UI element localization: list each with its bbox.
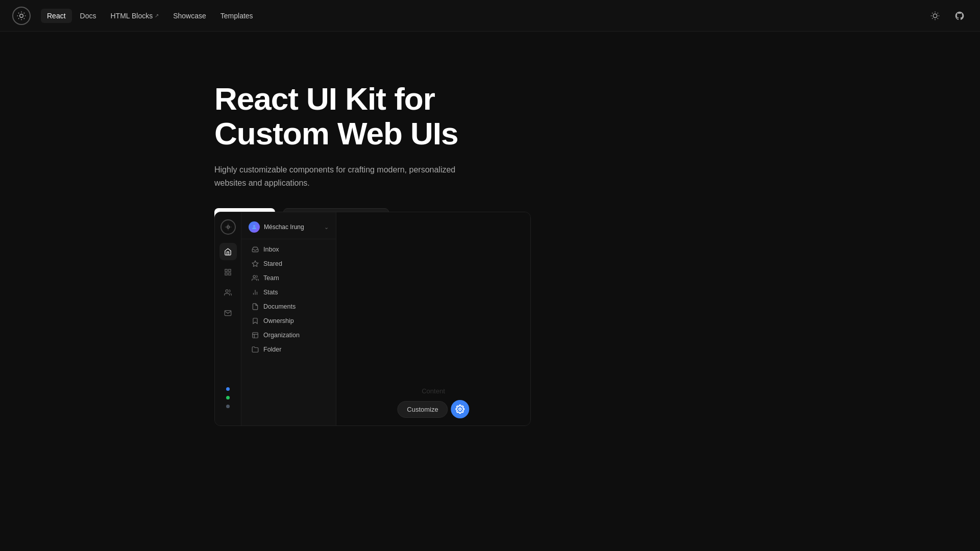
nav-menu-header: Méschac Irung ⌄ (241, 218, 336, 239)
svg-rect-13 (225, 272, 227, 274)
nav-logo[interactable] (12, 7, 31, 25)
svg-rect-14 (229, 272, 231, 274)
avatar (249, 221, 260, 233)
sidebar-logo[interactable] (220, 219, 236, 235)
svg-rect-12 (229, 269, 231, 271)
content-area: Content Customize (336, 212, 530, 425)
menu-item-stats[interactable]: Stats (244, 285, 333, 299)
svg-marker-17 (252, 261, 258, 266)
sidebar-icon-home[interactable] (219, 243, 237, 260)
menu-item-organization[interactable]: Organization (244, 328, 333, 342)
sidebar-icon-strip (215, 212, 241, 425)
customize-button[interactable]: Customize (397, 401, 448, 418)
customize-fab-button[interactable] (451, 400, 470, 418)
sidebar-icon-mail[interactable] (219, 304, 237, 321)
customize-bar: Customize (397, 400, 469, 418)
username-label: Méschac Irung (264, 223, 304, 231)
menu-item-folder[interactable]: Folder (244, 342, 333, 357)
svg-point-18 (253, 276, 256, 278)
preview-panel: Méschac Irung ⌄ Inbox Stared Team (214, 212, 531, 426)
svg-line-9 (938, 13, 938, 13)
menu-item-inbox[interactable]: Inbox (244, 242, 333, 257)
nav-link-docs[interactable]: Docs (74, 9, 103, 23)
menu-item-documents[interactable]: Documents (244, 299, 333, 314)
nav-link-showcase[interactable]: Showcase (167, 9, 212, 23)
hero-section: React UI Kit for Custom Web UIs Highly c… (0, 0, 459, 227)
menu-item-team[interactable]: Team (244, 271, 333, 285)
nav-links: React Docs HTML Blocks ↗ Showcase Templa… (41, 9, 927, 23)
svg-rect-11 (225, 269, 227, 271)
hero-subtitle: Highly customizable components for craft… (214, 163, 459, 189)
sidebar-icon-users[interactable] (219, 284, 237, 301)
nav-link-react[interactable]: React (41, 9, 72, 23)
svg-point-16 (253, 225, 255, 227)
menu-item-stared[interactable]: Stared (244, 257, 333, 271)
svg-point-15 (226, 289, 228, 292)
nav-menu-user: Méschac Irung (249, 221, 304, 233)
hero-title: React UI Kit for Custom Web UIs (214, 82, 459, 151)
status-dot-blue (226, 387, 230, 391)
svg-line-4 (932, 13, 933, 13)
content-placeholder-label: Content (422, 387, 445, 395)
status-dot-green (226, 396, 230, 399)
svg-line-5 (938, 18, 938, 18)
github-link-button[interactable] (951, 8, 968, 24)
svg-point-1 (933, 14, 937, 18)
nav-menu-panel: Méschac Irung ⌄ Inbox Stared Team (241, 212, 336, 425)
chevron-down-icon: ⌄ (324, 224, 329, 231)
nav-link-templates[interactable]: Templates (214, 9, 259, 23)
theme-toggle-button[interactable] (927, 8, 943, 24)
svg-point-0 (20, 14, 23, 17)
nav-right (927, 8, 968, 24)
svg-rect-22 (253, 333, 258, 338)
menu-item-ownership[interactable]: Ownership (244, 314, 333, 328)
svg-line-8 (932, 18, 933, 18)
external-link-icon: ↗ (155, 13, 159, 18)
svg-point-25 (459, 408, 461, 411)
nav-link-html-blocks[interactable]: HTML Blocks ↗ (104, 9, 165, 23)
svg-point-10 (227, 226, 229, 229)
status-dot-gray (226, 405, 230, 408)
navbar: React Docs HTML Blocks ↗ Showcase Templa… (0, 0, 980, 32)
sidebar-icon-grid[interactable] (219, 263, 237, 281)
sidebar-status-dots (226, 324, 230, 418)
